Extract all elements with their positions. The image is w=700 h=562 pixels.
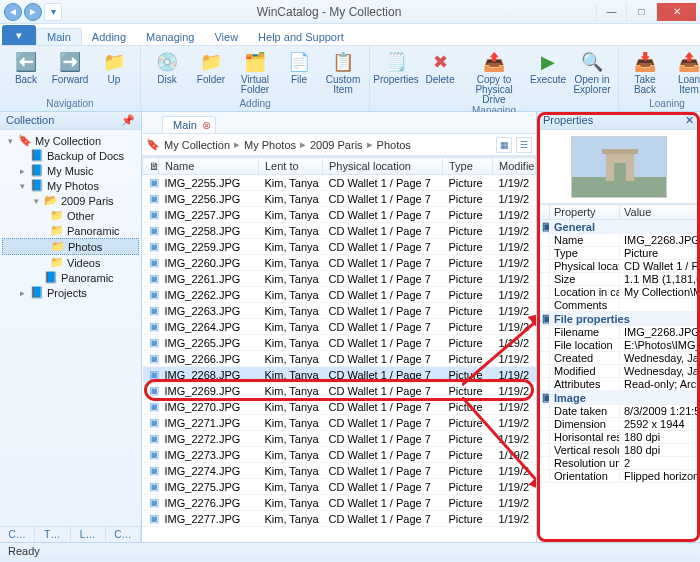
cell-modified[interactable]: 1/19/2 [493, 239, 536, 255]
cell-type[interactable]: Picture [443, 335, 493, 351]
bc-leaf[interactable]: Photos [377, 139, 411, 151]
cell-location[interactable]: CD Wallet 1 / Page 7 [323, 239, 443, 255]
table-row[interactable]: ▣ IMG_2257.JPG Kim, Tanya CD Wallet 1 / … [143, 207, 536, 223]
sidebar-tab-locations[interactable]: L… [71, 527, 106, 542]
add-disk-button[interactable]: 💿Disk [147, 48, 187, 95]
minimize-button[interactable]: — [596, 3, 626, 21]
cell-modified[interactable]: 1/19/2 [493, 223, 536, 239]
cell-modified[interactable]: 1/19/2 [493, 367, 536, 383]
table-row[interactable]: ▣ IMG_2263.JPG Kim, Tanya CD Wallet 1 / … [143, 303, 536, 319]
cell-lent[interactable]: Kim, Tanya [259, 223, 323, 239]
table-row[interactable]: ▣ IMG_2265.JPG Kim, Tanya CD Wallet 1 / … [143, 335, 536, 351]
cell-name[interactable]: IMG_2273.JPG [159, 447, 259, 463]
val-hres[interactable]: 180 dpi [620, 431, 700, 444]
cell-location[interactable]: CD Wallet 1 / Page 7 [323, 271, 443, 287]
val-created[interactable]: Wednesday, Janua… [620, 352, 700, 365]
col-type[interactable]: Type [443, 158, 493, 175]
table-row[interactable]: ▣ IMG_2272.JPG Kim, Tanya CD Wallet 1 / … [143, 431, 536, 447]
cell-name[interactable]: IMG_2263.JPG [159, 303, 259, 319]
recent-icon[interactable]: ▾ [44, 3, 62, 21]
cell-type[interactable]: Picture [443, 511, 493, 527]
sidebar-pin-icon[interactable]: 📌 [121, 114, 135, 127]
cell-type[interactable]: Picture [443, 239, 493, 255]
cell-location[interactable]: CD Wallet 1 / Page 7 [323, 303, 443, 319]
cell-location[interactable]: CD Wallet 1 / Page 7 [323, 415, 443, 431]
cell-modified[interactable]: 1/19/2 [493, 463, 536, 479]
val-res-unit[interactable]: 2 [620, 457, 700, 470]
cat-file-properties[interactable]: File properties [550, 312, 700, 326]
col-location[interactable]: Physical location [323, 158, 443, 175]
view-details-icon[interactable]: ☰ [516, 137, 532, 153]
cell-lent[interactable]: Kim, Tanya [259, 239, 323, 255]
table-row[interactable]: ▣ IMG_2266.JPG Kim, Tanya CD Wallet 1 / … [143, 351, 536, 367]
cell-name[interactable]: IMG_2256.JPG [159, 191, 259, 207]
cell-location[interactable]: CD Wallet 1 / Page 7 [323, 479, 443, 495]
cell-name[interactable]: IMG_2271.JPG [159, 415, 259, 431]
cell-type[interactable]: Picture [443, 255, 493, 271]
table-row[interactable]: ▣ IMG_2277.JPG Kim, Tanya CD Wallet 1 / … [143, 511, 536, 527]
val-comments[interactable] [620, 299, 700, 312]
cell-modified[interactable]: 1/19/2 [493, 495, 536, 511]
back-button[interactable]: ⬅️Back [6, 48, 46, 85]
cell-name[interactable]: IMG_2265.JPG [159, 335, 259, 351]
doc-tab-main[interactable]: Main ⊗ [162, 116, 216, 133]
property-grid[interactable]: PropertyValue ▣General NameIMG_2268.JPG … [537, 204, 700, 542]
cell-lent[interactable]: Kim, Tanya [259, 351, 323, 367]
bc-photos[interactable]: My Photos [244, 139, 296, 151]
cell-type[interactable]: Picture [443, 383, 493, 399]
cell-modified[interactable]: 1/19/2 [493, 255, 536, 271]
add-custom-item-button[interactable]: 📋Custom Item [323, 48, 363, 95]
val-date-taken[interactable]: 8/3/2009 1:21:50 … [620, 405, 700, 418]
col-modified[interactable]: Modifie [493, 158, 536, 175]
table-row[interactable]: ▣ IMG_2271.JPG Kim, Tanya CD Wallet 1 / … [143, 415, 536, 431]
loan-item-button[interactable]: 📤Loan Item [669, 48, 700, 95]
cell-lent[interactable]: Kim, Tanya [259, 463, 323, 479]
maximize-button[interactable]: □ [626, 3, 656, 21]
cell-type[interactable]: Picture [443, 223, 493, 239]
cell-lent[interactable]: Kim, Tanya [259, 415, 323, 431]
val-attributes[interactable]: Read-only; Archive [620, 378, 700, 391]
execute-button[interactable]: ▶Execute [528, 48, 568, 105]
tree-photos-sub[interactable]: Photos [68, 241, 102, 253]
cell-lent[interactable]: Kim, Tanya [259, 511, 323, 527]
cell-name[interactable]: IMG_2277.JPG [159, 511, 259, 527]
val-type[interactable]: Picture [620, 247, 700, 260]
val-name[interactable]: IMG_2268.JPG [620, 234, 700, 247]
cell-lent[interactable]: Kim, Tanya [259, 447, 323, 463]
table-row[interactable]: ▣ IMG_2260.JPG Kim, Tanya CD Wallet 1 / … [143, 255, 536, 271]
table-row[interactable]: ▣ IMG_2274.JPG Kim, Tanya CD Wallet 1 / … [143, 463, 536, 479]
add-virtual-folder-button[interactable]: 🗂️Virtual Folder [235, 48, 275, 95]
cell-lent[interactable]: Kim, Tanya [259, 271, 323, 287]
cell-type[interactable]: Picture [443, 191, 493, 207]
col-icon[interactable]: 🗎 [143, 158, 159, 175]
val-modified[interactable]: Wednesday, Janua… [620, 365, 700, 378]
file-grid[interactable]: 🗎 Name Lent to Physical location Type Mo… [142, 156, 536, 542]
val-physical-location[interactable]: CD Wallet 1 / Page 7 [620, 260, 700, 273]
cell-name[interactable]: IMG_2274.JPG [159, 463, 259, 479]
cell-name[interactable]: IMG_2270.JPG [159, 399, 259, 415]
tree-panoramic2[interactable]: Panoramic [61, 272, 114, 284]
cell-modified[interactable]: 1/19/2 [493, 415, 536, 431]
cell-name[interactable]: IMG_2272.JPG [159, 431, 259, 447]
cell-location[interactable]: CD Wallet 1 / Page 7 [323, 463, 443, 479]
table-row[interactable]: ▣ IMG_2262.JPG Kim, Tanya CD Wallet 1 / … [143, 287, 536, 303]
cell-location[interactable]: CD Wallet 1 / Page 7 [323, 399, 443, 415]
cell-modified[interactable]: 1/19/2 [493, 335, 536, 351]
tree-panoramic[interactable]: Panoramic [67, 225, 120, 237]
cell-type[interactable]: Picture [443, 351, 493, 367]
cell-location[interactable]: CD Wallet 1 / Page 7 [323, 287, 443, 303]
cell-type[interactable]: Picture [443, 319, 493, 335]
cell-name[interactable]: IMG_2261.JPG [159, 271, 259, 287]
tab-adding[interactable]: Adding [82, 29, 136, 45]
cell-location[interactable]: CD Wallet 1 / Page 7 [323, 511, 443, 527]
cell-type[interactable]: Picture [443, 367, 493, 383]
delete-button[interactable]: ✖Delete [420, 48, 460, 105]
cat-image[interactable]: Image [550, 391, 700, 405]
panel-close-icon[interactable]: ✕ [685, 114, 694, 127]
cell-name[interactable]: IMG_2255.JPG [159, 175, 259, 191]
tree-backup[interactable]: Backup of Docs [47, 150, 124, 162]
tree-other[interactable]: Other [67, 210, 95, 222]
cell-modified[interactable]: 1/19/2 [493, 399, 536, 415]
cell-location[interactable]: CD Wallet 1 / Page 7 [323, 367, 443, 383]
col-value[interactable]: Value [620, 205, 700, 220]
